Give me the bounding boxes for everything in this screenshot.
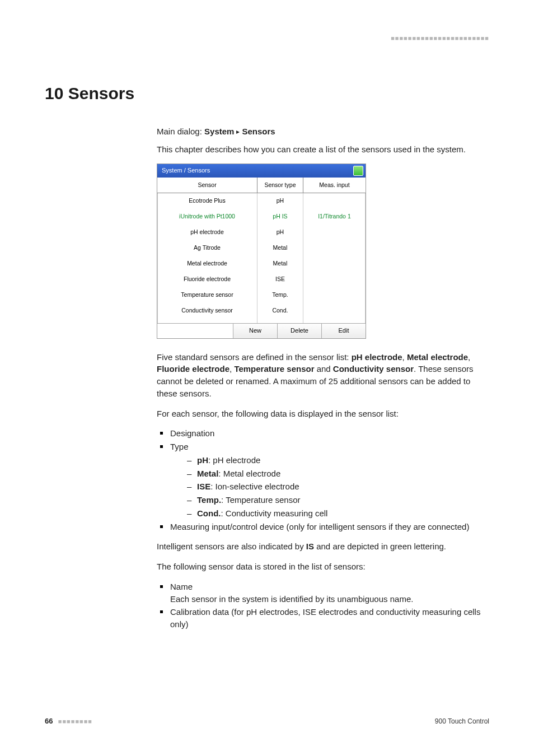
cell-sensor: Ecotrode Plus (157, 193, 257, 209)
text: Intelligent sensors are also indicated b… (157, 542, 306, 551)
help-icon[interactable] (353, 166, 363, 176)
foreach-paragraph: For each sensor, the following data is d… (157, 408, 489, 420)
cell-input (303, 272, 366, 287)
intelligent-paragraph: Intelligent sensors are also indicated b… (157, 540, 489, 553)
text: and (314, 364, 332, 374)
stored-paragraph: The following sensor data is stored in t… (157, 561, 489, 573)
table-row[interactable]: pH electrode pH (157, 225, 366, 240)
text-bold: Temperature sensor (234, 364, 314, 374)
dialog-title: System / Sensors (162, 166, 210, 175)
cell-input: I1/Titrando 1 (303, 209, 366, 225)
cell-input (303, 240, 366, 256)
breadcrumb-system: System (204, 127, 234, 136)
dialog-button-row: New Delete Edit (157, 323, 366, 338)
text-bold: IS (306, 542, 314, 551)
list-item: Cond.: Conductivity measuring cell (187, 507, 489, 520)
cell-sensor: Metal electrode (157, 256, 257, 272)
text-bold: Cond. (197, 508, 221, 518)
cell-input (303, 303, 366, 319)
table-row[interactable]: Temperature sensor Temp. (157, 287, 366, 303)
cell-sensor: Ag Titrode (157, 240, 257, 256)
list-item-label: Type (170, 442, 189, 451)
list-item: ISE: Ion-selective electrode (187, 480, 489, 493)
displayed-data-list: Designation Type pH: pH electrode Metal:… (157, 427, 489, 533)
table-row[interactable]: Metal electrode Metal (157, 256, 366, 272)
list-item-label: Name (170, 582, 193, 591)
list-item: Name Each sensor in the system is identi… (157, 581, 489, 605)
text: : Conductivity measuring cell (221, 508, 328, 518)
cell-type: pH IS (257, 209, 303, 225)
table-row[interactable]: Ag Titrode Metal (157, 240, 366, 256)
text-bold: Temp. (197, 495, 221, 505)
cell-type: ISE (257, 272, 303, 287)
text: Five standard sensors are defined in the… (157, 352, 352, 362)
breadcrumb: Main dialog: System▸Sensors (157, 125, 489, 138)
intro-paragraph: This chapter describes how you can creat… (157, 143, 489, 156)
text-bold: Metal electrode (407, 352, 468, 362)
dialog-titlebar: System / Sensors (157, 164, 366, 178)
cell-type: Metal (257, 240, 303, 256)
chapter-title: 10 Sensors (45, 84, 489, 103)
stored-data-list: Name Each sensor in the system is identi… (157, 581, 489, 631)
text: , (402, 352, 407, 362)
list-item: Temp.: Temperature sensor (187, 494, 489, 506)
cell-input (303, 256, 366, 272)
text: and are depicted in green lettering. (314, 542, 446, 551)
cell-input (303, 287, 366, 303)
cell-type: Temp. (257, 287, 303, 303)
table-row[interactable]: Ecotrode Plus pH (157, 193, 366, 209)
text-bold: ISE (197, 482, 210, 491)
table-row[interactable]: Conductivity sensor Cond. (157, 303, 366, 319)
cell-sensor: Conductivity sensor (157, 303, 257, 319)
edit-button[interactable]: Edit (321, 324, 366, 338)
list-item-desc: Each sensor in the system is identified … (170, 594, 413, 604)
page-footer: 66 ■■■■■■■■ 900 Touch Control (45, 717, 489, 725)
text-bold: pH electrode (352, 352, 402, 362)
type-sublist: pH: pH electrode Metal: Metal electrode … (187, 454, 489, 520)
col-meas-input: Meas. input (303, 178, 366, 193)
list-item: pH: pH electrode (187, 454, 489, 466)
sensors-dialog: System / Sensors Sensor Sensor type Meas… (157, 164, 366, 339)
text: : Temperature sensor (221, 495, 300, 505)
header-dots: ■■■■■■■■■■■■■■■■■■■■■■■ (391, 35, 489, 41)
col-sensor-type: Sensor type (257, 178, 303, 193)
breadcrumb-sensors: Sensors (242, 127, 275, 136)
list-item: Type pH: pH electrode Metal: Metal elect… (157, 441, 489, 520)
cell-input (303, 225, 366, 240)
cell-sensor: Temperature sensor (157, 287, 257, 303)
text: : pH electrode (208, 455, 260, 465)
new-button[interactable]: New (233, 324, 277, 338)
cell-type: Cond. (257, 303, 303, 319)
footer-dots: ■■■■■■■■ (58, 718, 92, 725)
text-bold: pH (197, 455, 208, 465)
text: , (468, 352, 470, 362)
table-row[interactable]: Fluoride electrode ISE (157, 272, 366, 287)
cell-sensor: iUnitrode with Pt1000 (157, 209, 257, 225)
cell-input (303, 193, 366, 209)
page-number: 66 (45, 717, 53, 725)
cell-type: Metal (257, 256, 303, 272)
product-name: 900 Touch Control (435, 717, 489, 725)
text-bold: Fluoride electrode (157, 364, 229, 374)
cell-type: pH (257, 193, 303, 209)
cell-sensor: Fluoride electrode (157, 272, 257, 287)
list-item: Designation (157, 427, 489, 440)
standard-sensors-paragraph: Five standard sensors are defined in the… (157, 351, 489, 400)
text: : Ion-selective electrode (210, 482, 299, 491)
breadcrumb-arrow-icon: ▸ (236, 127, 240, 137)
list-item: Metal: Metal electrode (187, 468, 489, 480)
text-bold: Conductivity sensor (333, 364, 414, 374)
breadcrumb-prefix: Main dialog: (157, 127, 204, 136)
delete-button[interactable]: Delete (277, 324, 321, 338)
cell-sensor: pH electrode (157, 225, 257, 240)
text: : Metal electrode (218, 469, 280, 478)
table-row[interactable]: iUnitrode with Pt1000 pH IS I1/Titrando … (157, 209, 366, 225)
col-sensor: Sensor (157, 178, 257, 193)
sensors-table: Sensor Sensor type Meas. input Ecotrode … (157, 178, 366, 323)
text-bold: Metal (197, 469, 218, 478)
list-item: Measuring input/control device (only for… (157, 521, 489, 533)
cell-type: pH (257, 225, 303, 240)
list-item: Calibration data (for pH electrodes, ISE… (157, 606, 489, 631)
